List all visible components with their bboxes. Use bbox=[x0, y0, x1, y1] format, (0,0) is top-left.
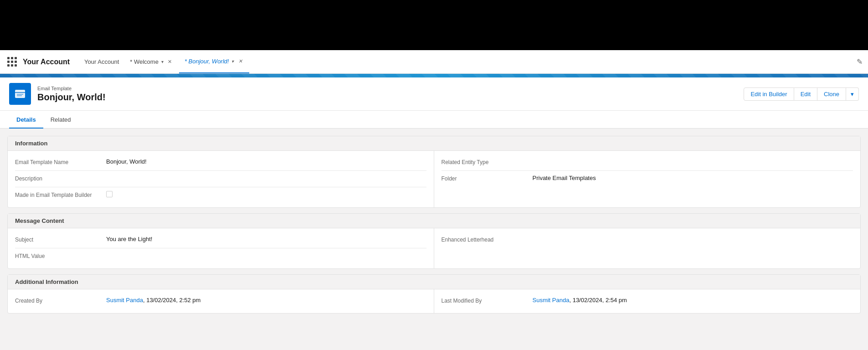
made-in-builder-label: Made in Email Template Builder bbox=[15, 191, 106, 198]
nav-tab-label: Your Account bbox=[84, 58, 119, 65]
record-header-actions: Edit in Builder Edit Clone ▾ bbox=[744, 88, 859, 101]
message-content-section-header: Message Content bbox=[8, 214, 860, 228]
grid-dots bbox=[7, 57, 17, 67]
made-in-builder-field: Made in Email Template Builder bbox=[15, 187, 426, 204]
description-label: Description bbox=[15, 175, 106, 182]
nav-tab-your-account[interactable]: Your Account bbox=[79, 50, 124, 73]
information-section: Information Email Template Name Bonjour,… bbox=[7, 136, 861, 208]
record-title: Bonjour, World! bbox=[37, 92, 106, 103]
information-right-column: Related Entity Type Folder Private Email… bbox=[434, 151, 861, 207]
created-by-value: Susmit Panda, 13/02/2024, 2:52 pm bbox=[106, 297, 426, 304]
record-type-icon bbox=[9, 83, 31, 105]
actions-dropdown-button[interactable]: ▾ bbox=[846, 88, 859, 101]
app-title: Your Account bbox=[23, 58, 70, 66]
record-type-label: Email Template bbox=[37, 86, 106, 91]
description-field: Description bbox=[15, 171, 426, 187]
created-by-date: , 13/02/2024, 2:52 pm bbox=[143, 297, 200, 304]
information-form-grid: Email Template Name Bonjour, World! Desc… bbox=[8, 151, 860, 207]
chevron-down-icon[interactable]: ▾ bbox=[231, 59, 234, 64]
additional-information-left-column: Created By Susmit Panda, 13/02/2024, 2:5… bbox=[8, 289, 434, 313]
folder-value: Private Email Templates bbox=[533, 175, 853, 181]
top-black-bar bbox=[0, 0, 868, 50]
last-modified-by-link[interactable]: Susmit Panda bbox=[533, 297, 570, 304]
enhanced-letterhead-field: Enhanced Letterhead bbox=[442, 232, 853, 248]
nav-tabs: Your Account * Welcome ▾ ✕ * Bonjour, Wo… bbox=[79, 50, 857, 73]
record-header-left: Email Template Bonjour, World! bbox=[9, 83, 106, 105]
email-template-name-value: Bonjour, World! bbox=[106, 158, 426, 165]
blue-banner bbox=[0, 74, 868, 77]
chevron-down-icon[interactable]: ▾ bbox=[161, 59, 164, 64]
created-by-label: Created By bbox=[15, 297, 106, 304]
last-modified-by-date: , 13/02/2024, 2:54 pm bbox=[569, 297, 627, 304]
record-header: Email Template Bonjour, World! Edit in B… bbox=[0, 77, 868, 111]
additional-information-right-column: Last Modified By Susmit Panda, 13/02/202… bbox=[434, 289, 861, 313]
html-value-value bbox=[106, 252, 426, 258]
enhanced-letterhead-label: Enhanced Letterhead bbox=[442, 236, 533, 243]
additional-information-section-header: Additional Information bbox=[8, 275, 860, 289]
close-icon[interactable]: ✕ bbox=[236, 58, 244, 65]
nav-tab-welcome[interactable]: * Welcome ▾ ✕ bbox=[124, 50, 179, 73]
made-in-builder-checkbox[interactable] bbox=[106, 191, 113, 197]
additional-information-form-grid: Created By Susmit Panda, 13/02/2024, 2:5… bbox=[8, 289, 860, 313]
subject-label: Subject bbox=[15, 236, 106, 243]
related-entity-type-field: Related Entity Type bbox=[442, 154, 853, 171]
edit-in-builder-button[interactable]: Edit in Builder bbox=[744, 88, 794, 101]
nav-bar: Your Account Your Account * Welcome ▾ ✕ … bbox=[0, 50, 868, 74]
tab-details[interactable]: Details bbox=[9, 111, 43, 129]
edit-button[interactable]: Edit bbox=[794, 88, 817, 101]
svg-rect-0 bbox=[15, 90, 25, 98]
tabs-bar: Details Related bbox=[0, 111, 868, 129]
email-template-name-label: Email Template Name bbox=[15, 158, 106, 165]
additional-information-section: Additional Information Created By Susmit… bbox=[7, 274, 861, 314]
email-template-svg bbox=[14, 88, 26, 100]
record-meta: Email Template Bonjour, World! bbox=[37, 86, 106, 103]
message-content-left-column: Subject You are the Light! HTML Value bbox=[8, 228, 434, 268]
nav-tab-label: * Welcome bbox=[130, 58, 159, 65]
tab-related[interactable]: Related bbox=[43, 111, 78, 129]
message-content-section: Message Content Subject You are the Ligh… bbox=[7, 213, 861, 269]
made-in-builder-value bbox=[106, 191, 426, 197]
nav-tab-label: * Bonjour, World! bbox=[185, 58, 229, 65]
message-content-right-column: Enhanced Letterhead bbox=[434, 228, 861, 268]
html-value-label: HTML Value bbox=[15, 252, 106, 259]
last-modified-by-label: Last Modified By bbox=[442, 297, 533, 304]
description-value bbox=[106, 175, 426, 180]
grid-menu-icon[interactable] bbox=[5, 56, 18, 68]
subject-field: Subject You are the Light! bbox=[15, 232, 426, 248]
nav-tab-bonjour[interactable]: * Bonjour, World! ▾ ✕ bbox=[179, 50, 250, 73]
folder-field: Folder Private Email Templates bbox=[442, 171, 853, 187]
close-icon[interactable]: ✕ bbox=[166, 58, 174, 66]
created-by-field: Created By Susmit Panda, 13/02/2024, 2:5… bbox=[15, 293, 426, 309]
html-value-field: HTML Value bbox=[15, 248, 426, 265]
created-by-link[interactable]: Susmit Panda bbox=[106, 297, 143, 304]
information-section-header: Information bbox=[8, 136, 860, 151]
email-template-name-field: Email Template Name Bonjour, World! bbox=[15, 154, 426, 171]
message-content-form-grid: Subject You are the Light! HTML Value bbox=[8, 228, 860, 268]
information-left-column: Email Template Name Bonjour, World! Desc… bbox=[8, 151, 434, 207]
folder-label: Folder bbox=[442, 175, 533, 182]
last-modified-by-field: Last Modified By Susmit Panda, 13/02/202… bbox=[442, 293, 853, 309]
content-area: Information Email Template Name Bonjour,… bbox=[0, 129, 868, 350]
related-entity-type-label: Related Entity Type bbox=[442, 158, 533, 165]
edit-pencil-icon[interactable]: ✎ bbox=[857, 57, 863, 66]
clone-button[interactable]: Clone bbox=[817, 88, 846, 101]
last-modified-by-value: Susmit Panda, 13/02/2024, 2:54 pm bbox=[533, 297, 853, 304]
subject-value: You are the Light! bbox=[106, 236, 426, 242]
